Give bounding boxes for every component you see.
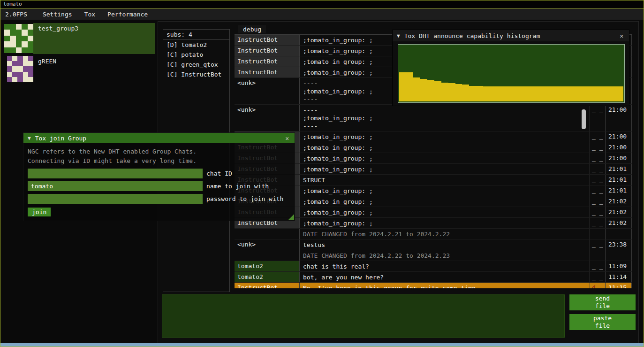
message-text: ;tomato_in_group: ; (300, 185, 590, 196)
collapse-icon[interactable]: ▼ (28, 135, 31, 141)
message-text: chat is this real? (300, 261, 590, 271)
message-text: ;tomato_in_group: ; (300, 164, 590, 174)
dht-histogram-body (393, 41, 629, 106)
join-input-name-to-join-with[interactable] (28, 181, 203, 191)
avatar-pixel (12, 77, 17, 82)
histogram-bar (539, 86, 546, 101)
message-text: bot, are you new here? (300, 272, 590, 282)
tab-debug[interactable]: debug (238, 25, 266, 33)
send-file-button[interactable]: send file (569, 294, 636, 310)
close-icon[interactable]: ✕ (284, 135, 290, 142)
avatar-pixel (22, 30, 27, 35)
message-row[interactable]: tomato2chat is this real?_ _11:09 (235, 261, 632, 272)
avatar-pixel (17, 66, 23, 71)
group-item-test_group3[interactable]: test_group3 (4, 23, 155, 54)
avatar-pixel (22, 36, 27, 41)
message-time: 11:09 (606, 261, 632, 271)
message-text: ;tomato_in_group: ; (300, 142, 590, 153)
group-name: test_group3 (33, 23, 155, 54)
join-button[interactable]: join (28, 208, 51, 216)
avatar-pixel (17, 72, 23, 77)
message-author: InstructBot (235, 46, 300, 56)
message-author-cell (235, 250, 300, 261)
histogram-bar (469, 86, 476, 101)
message-author: InstructBot (235, 35, 300, 45)
message-row[interactable]: <unk>---- ;tomato_in_group: ; ----_ _21:… (235, 105, 632, 131)
join-input-password-to-join-with[interactable] (28, 194, 203, 204)
histogram-bar (504, 86, 511, 101)
subs-member[interactable]: [C] InstructBot (163, 69, 229, 79)
message-time: 21:01 (606, 175, 632, 185)
message-time: 21:01 (606, 164, 632, 174)
message-time: 21:00 (606, 105, 632, 131)
dht-histogram-titlebar[interactable]: ▼ Tox DHT announce capability histogram … (393, 30, 629, 41)
message-input[interactable] (162, 294, 565, 338)
group-name: gREEN (33, 56, 155, 82)
avatar-pixel (22, 47, 27, 53)
join-group-body: NGC refers to the New DHT enabled Group … (23, 143, 295, 221)
histogram-bar (420, 79, 427, 101)
avatar-pixel (10, 47, 15, 53)
chat-scrollbar-thumb[interactable] (582, 109, 586, 129)
message-flags: d (590, 283, 606, 288)
paste-file-button[interactable]: paste file (569, 314, 636, 330)
histogram-bar (588, 86, 595, 101)
join-field-label: chat ID (206, 170, 232, 177)
message-row[interactable]: <unk>testus_ _23:38 (235, 239, 632, 250)
message-author: <unk> (235, 239, 300, 250)
avatar-pixel (12, 72, 17, 77)
subs-member[interactable]: [C] potato (163, 50, 229, 60)
message-row[interactable]: tomato2bot, are you new here?_ _11:14 (235, 272, 632, 283)
window-titlebar: tomato (0, 0, 644, 8)
collapse-icon[interactable]: ▼ (397, 33, 400, 39)
join-input-chat-id[interactable] (28, 169, 203, 178)
avatar-pixel (12, 56, 17, 61)
message-row[interactable]: InstructBotNo, I've been in this group f… (235, 283, 632, 288)
fps-counter: 2.0FPS (0, 8, 32, 20)
app-window: tomato 2.0FPS SettingsToxPerformance tes… (0, 0, 644, 347)
menubar: 2.0FPS SettingsToxPerformance (0, 8, 644, 20)
group-item-gREEN[interactable]: gREEN (7, 56, 155, 82)
join-group-titlebar[interactable]: ▼ Tox join Group ✕ (23, 133, 295, 143)
join-field-label: password to join with (206, 195, 283, 202)
subs-member[interactable]: [D] tomato2 (163, 40, 229, 50)
histogram-bar (434, 81, 441, 101)
join-field-row: chat ID (28, 169, 290, 178)
avatar-pixel (7, 56, 12, 61)
message-text: ;tomato_in_group: ; (300, 218, 590, 228)
dht-histogram-plot (398, 44, 625, 103)
message-author: tomato2 (235, 272, 300, 282)
histogram-bar (483, 86, 490, 101)
avatar-pixel (23, 66, 28, 71)
menu-item-tox[interactable]: Tox (78, 8, 101, 20)
message-text: No, I've been in this group for quite so… (300, 283, 590, 288)
message-flags: _ _ (590, 142, 606, 153)
histogram-bar (497, 86, 504, 101)
histogram-bar (616, 86, 623, 101)
avatar-pixel (16, 41, 22, 47)
avatar-pixel (12, 61, 17, 66)
resize-grip[interactable] (288, 214, 294, 220)
avatar-pixel (28, 66, 33, 71)
close-icon[interactable]: ✕ (618, 32, 625, 39)
message-author: <unk> (235, 78, 300, 104)
histogram-bar (399, 72, 406, 101)
group-avatar (7, 56, 33, 82)
avatar-pixel (12, 66, 17, 71)
menu-item-performance[interactable]: Performance (101, 8, 154, 20)
avatar-pixel (10, 41, 15, 47)
avatar-pixel (28, 77, 33, 82)
avatar-pixel (10, 30, 15, 35)
message-author: InstructBot (235, 67, 300, 77)
message-author: InstructBot (235, 56, 300, 67)
message-time: 21:02 (606, 196, 632, 207)
join-info-line: NGC refers to the New DHT enabled Group … (28, 147, 290, 156)
join-group-window: ▼ Tox join Group ✕ NGC refers to the New… (23, 132, 295, 221)
subs-member[interactable]: [C] green_qtox (163, 60, 229, 69)
menu-item-settings[interactable]: Settings (37, 8, 78, 20)
histogram-bar (581, 86, 588, 101)
avatar-pixel (28, 36, 33, 41)
histogram-bar (476, 86, 483, 101)
histogram-bar (609, 86, 616, 101)
message-text: ;tomato_in_group: ; (300, 207, 590, 217)
